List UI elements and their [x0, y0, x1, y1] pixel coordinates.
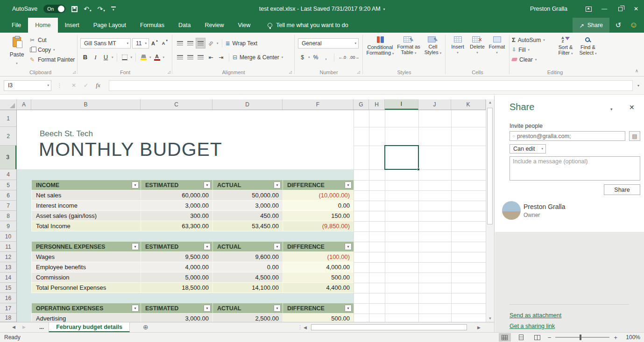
row-header-17[interactable]: 17: [0, 303, 16, 314]
cell[interactable]: 14,100.00: [212, 283, 283, 293]
cancel-icon[interactable]: ✕: [68, 80, 80, 91]
share-button-ribbon[interactable]: ↗ Share: [573, 18, 609, 33]
column-header-j[interactable]: J: [418, 99, 451, 110]
cell[interactable]: 0.00: [212, 262, 283, 272]
cell[interactable]: Commission: [31, 272, 141, 283]
table-header-cell[interactable]: DIFFERENCE▾: [283, 242, 354, 252]
row-header-13[interactable]: 13: [0, 262, 16, 272]
formula-input[interactable]: [109, 80, 633, 91]
user-name[interactable]: Preston Gralla: [530, 6, 567, 12]
cell[interactable]: 2,500.00: [212, 314, 283, 322]
table-header-cell[interactable]: ESTIMATED▾: [141, 242, 212, 252]
hscroll-left-icon[interactable]: ◀: [304, 325, 307, 330]
pane-options-caret-icon[interactable]: ▾: [610, 107, 613, 112]
cell[interactable]: 3,000.00: [141, 201, 212, 211]
filter-button[interactable]: ▾: [345, 243, 352, 250]
ribbon-tab-review[interactable]: Review: [198, 18, 231, 33]
cell[interactable]: 150.00: [283, 211, 354, 221]
row-header-5[interactable]: 5: [0, 180, 16, 190]
row-header-18[interactable]: 18: [0, 314, 16, 322]
vertical-scrollbar[interactable]: ▲ ▼: [486, 99, 494, 322]
smiley-feedback-icon[interactable]: ☺: [627, 21, 644, 30]
row-header-10[interactable]: 10: [0, 231, 16, 242]
sheet-tab-active[interactable]: February budget details: [49, 322, 130, 332]
row-header-16[interactable]: 16: [0, 293, 16, 303]
view-page-break-button[interactable]: [531, 333, 544, 342]
bold-button[interactable]: B: [81, 52, 90, 62]
decrease-font-size-button[interactable]: A▼: [161, 38, 170, 48]
filter-button[interactable]: ▾: [204, 305, 211, 312]
scroll-up-icon[interactable]: ▲: [486, 100, 494, 105]
align-bottom-button[interactable]: [196, 38, 205, 48]
row-header-14[interactable]: 14: [0, 272, 16, 283]
cell[interactable]: 4,000.00: [283, 262, 354, 272]
scroll-down-icon[interactable]: ▼: [486, 316, 494, 321]
enter-icon[interactable]: ✓: [80, 80, 92, 91]
formula-bar-expand-icon[interactable]: ▾: [633, 84, 644, 88]
invite-email-input[interactable]: ○ preston@gralla.com;: [510, 131, 625, 141]
filter-button[interactable]: ▾: [204, 243, 211, 250]
fill-button[interactable]: ⇩Fill▾: [512, 45, 545, 54]
cell[interactable]: Net sales: [31, 190, 141, 201]
cell[interactable]: Interest income: [31, 201, 141, 211]
close-button[interactable]: ✕: [628, 0, 644, 18]
filter-button[interactable]: ▾: [345, 181, 352, 188]
cell[interactable]: Total Income: [31, 221, 141, 231]
filter-button[interactable]: ▾: [204, 181, 211, 188]
table-header-cell[interactable]: PERSONNEL EXPENSES▾: [31, 242, 141, 252]
hscroll-right-icon[interactable]: ▶: [477, 325, 481, 330]
restore-button[interactable]: [612, 0, 628, 18]
row-header-6[interactable]: 6: [0, 190, 16, 201]
filter-button[interactable]: ▾: [274, 305, 281, 312]
cell[interactable]: 0.00: [283, 201, 354, 211]
increase-indent-button[interactable]: ⇥: [217, 52, 226, 62]
horizontal-scroll-thumb[interactable]: [311, 324, 467, 330]
filter-button[interactable]: ▾: [132, 305, 139, 312]
currency-button[interactable]: $: [298, 52, 307, 62]
filter-button[interactable]: ▾: [132, 243, 139, 250]
tab-splitter-dots[interactable]: ⋮: [297, 324, 303, 330]
decrease-decimal-button[interactable]: .00→: [348, 52, 361, 62]
ribbon-tab-home[interactable]: Home: [28, 18, 57, 33]
cell[interactable]: 53,450.00: [212, 221, 283, 231]
table-header-cell[interactable]: OPERATING EXPENSES▾: [31, 303, 141, 314]
cell-styles-button[interactable]: ✎ Cell Styles ▾: [422, 35, 444, 55]
row-header-2[interactable]: 2: [0, 127, 16, 146]
horizontal-scrollbar[interactable]: [310, 324, 474, 331]
cell[interactable]: Wages: [31, 252, 141, 262]
zoom-in-button[interactable]: +: [614, 334, 617, 341]
wrap-text-button[interactable]: ≣Wrap Text: [226, 39, 258, 48]
cell[interactable]: 63,300.00: [141, 221, 212, 231]
send-as-attachment-link[interactable]: Send as attachment: [510, 312, 561, 319]
percent-button[interactable]: %: [311, 52, 320, 62]
column-header-f[interactable]: F: [283, 99, 354, 110]
undo-button[interactable]: ↶▾: [84, 6, 91, 12]
orientation-button[interactable]: ab: [206, 38, 215, 48]
table-header-cell[interactable]: ACTUAL▾: [212, 242, 283, 252]
cell[interactable]: 18,500.00: [141, 283, 212, 293]
sheet-nav-left-icon[interactable]: ◀: [12, 325, 15, 329]
cell[interactable]: 50,000.00: [212, 190, 283, 201]
row-header-8[interactable]: 8: [0, 211, 16, 221]
cell[interactable]: 5,000.00: [141, 272, 212, 283]
sheet-overflow-button[interactable]: ...: [39, 324, 44, 330]
sort-filter-button[interactable]: AZ Sort & Filter ▾: [554, 35, 577, 56]
table-header-cell[interactable]: ESTIMATED▾: [141, 180, 212, 190]
borders-button[interactable]: [120, 52, 129, 62]
cell[interactable]: (9,850.00): [283, 221, 354, 231]
autosum-button[interactable]: ΣAutoSum▾: [512, 35, 545, 44]
font-color-button[interactable]: A: [153, 52, 162, 62]
row-header-3[interactable]: 3: [0, 146, 16, 169]
delete-cells-button[interactable]: ✕ Delete ▾: [467, 35, 487, 54]
selected-cell[interactable]: [384, 145, 419, 170]
cell[interactable]: 3,000.00: [141, 314, 212, 322]
zoom-slider-thumb[interactable]: [580, 335, 581, 340]
cell[interactable]: 4,000.00: [141, 262, 212, 272]
new-sheet-icon[interactable]: ⊕: [143, 323, 149, 331]
cell[interactable]: (10,000.00): [283, 190, 354, 201]
column-header-c[interactable]: C: [141, 99, 212, 110]
title-caret-icon[interactable]: ▾: [383, 7, 385, 11]
table-header-cell[interactable]: ACTUAL▾: [212, 180, 283, 190]
dialog-launcher-icon[interactable]: ◿: [73, 70, 76, 74]
clear-button[interactable]: Clear▾: [512, 55, 545, 64]
